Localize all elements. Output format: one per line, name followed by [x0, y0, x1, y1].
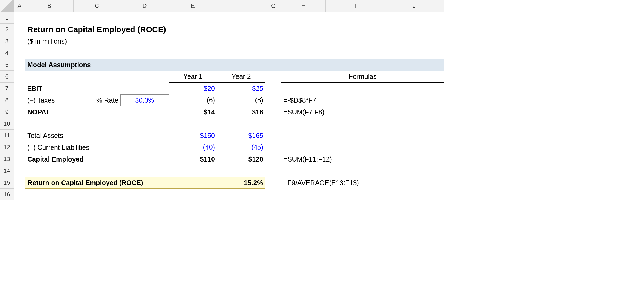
label-cur-liab[interactable]: (–) Current Liabilities [25, 141, 169, 153]
row-header-9[interactable]: 9 [0, 106, 14, 118]
cell-row10[interactable] [14, 118, 444, 130]
cell-F1[interactable] [217, 12, 265, 24]
cell-G13[interactable] [265, 153, 281, 165]
formula-roce[interactable]: =F9/AVERAGE(E13:F13) [281, 177, 444, 189]
label-taxes[interactable]: (–) Taxes [25, 94, 74, 106]
header-year1[interactable]: Year 1 [169, 71, 217, 83]
units-label[interactable]: ($ in millions) [25, 35, 444, 47]
cell-G15[interactable] [265, 177, 281, 189]
formula-nopat[interactable]: =SUM(F7:F8) [281, 106, 444, 118]
row-header-16[interactable]: 16 [0, 189, 14, 200]
cap-emp-year2[interactable]: $120 [217, 153, 265, 165]
tax-rate-input[interactable]: 30.0% [120, 94, 169, 106]
cell-A4[interactable] [14, 47, 25, 59]
cell-H12[interactable] [281, 141, 444, 153]
cap-emp-year1[interactable]: $110 [169, 153, 217, 165]
row-header-6[interactable]: 6 [0, 71, 14, 83]
row-header-13[interactable]: 13 [0, 153, 14, 165]
cell-I1[interactable] [326, 12, 385, 24]
cell-B6[interactable] [25, 71, 74, 83]
cell-A12[interactable] [14, 141, 25, 153]
col-header-A[interactable]: A [14, 0, 25, 12]
header-year2[interactable]: Year 2 [217, 71, 265, 83]
label-roce[interactable]: Return on Capital Employed (ROCE) [25, 177, 169, 189]
row-header-4[interactable]: 4 [0, 47, 14, 59]
cell-A6[interactable] [14, 71, 25, 83]
cell-D6[interactable] [120, 71, 169, 83]
row-header-10[interactable]: 10 [0, 118, 14, 130]
total-assets-year2[interactable]: $165 [217, 130, 265, 141]
ebit-year1[interactable]: $20 [169, 83, 217, 94]
col-header-B[interactable]: B [25, 0, 74, 12]
row-header-7[interactable]: 7 [0, 83, 14, 94]
cell-A8[interactable] [14, 94, 25, 106]
nopat-year2[interactable]: $18 [217, 106, 265, 118]
ebit-year2[interactable]: $25 [217, 83, 265, 94]
cell-A5[interactable] [14, 59, 25, 71]
cell-A13[interactable] [14, 153, 25, 165]
label-total-assets[interactable]: Total Assets [25, 130, 169, 141]
cell-G9[interactable] [265, 106, 281, 118]
cell-A11[interactable] [14, 130, 25, 141]
label-nopat[interactable]: NOPAT [25, 106, 169, 118]
cell-D1[interactable] [120, 12, 169, 24]
page-title[interactable]: Return on Capital Employed (ROCE) [25, 24, 444, 35]
roce-value[interactable]: 15.2% [217, 177, 265, 189]
row-header-3[interactable]: 3 [0, 35, 14, 47]
cell-E15[interactable] [169, 177, 217, 189]
formula-cap-emp[interactable]: =SUM(F11:F12) [281, 153, 444, 165]
taxes-year2[interactable]: (8) [217, 94, 265, 106]
row-header-11[interactable]: 11 [0, 130, 14, 141]
col-header-J[interactable]: J [385, 0, 444, 12]
cur-liab-year2[interactable]: (45) [217, 141, 265, 153]
row-header-8[interactable]: 8 [0, 94, 14, 106]
row-header-2[interactable]: 2 [0, 24, 14, 35]
col-header-G[interactable]: G [265, 0, 281, 12]
col-header-H[interactable]: H [281, 0, 326, 12]
row-header-15[interactable]: 15 [0, 177, 14, 189]
header-formulas[interactable]: Formulas [281, 71, 444, 83]
cell-H11[interactable] [281, 130, 444, 141]
cell-A2[interactable] [14, 24, 25, 35]
row-header-12[interactable]: 12 [0, 141, 14, 153]
row-header-14[interactable]: 14 [0, 165, 14, 177]
label-cap-emp[interactable]: Capital Employed [25, 153, 169, 165]
formula-taxes[interactable]: =-$D$8*F7 [281, 94, 444, 106]
cell-A3[interactable] [14, 35, 25, 47]
cell-H1[interactable] [281, 12, 326, 24]
row-header-5[interactable]: 5 [0, 59, 14, 71]
cell-A1[interactable] [14, 12, 25, 24]
cell-G7[interactable] [265, 83, 281, 94]
col-header-F[interactable]: F [217, 0, 265, 12]
cell-E1[interactable] [169, 12, 217, 24]
cell-G1[interactable] [265, 12, 281, 24]
cell-J1[interactable] [385, 12, 444, 24]
col-header-E[interactable]: E [169, 0, 217, 12]
col-header-D[interactable]: D [120, 0, 169, 12]
cell-G11[interactable] [265, 130, 281, 141]
select-all-corner[interactable] [0, 0, 14, 12]
cell-G6[interactable] [265, 71, 281, 83]
row-header-1[interactable]: 1 [0, 12, 14, 24]
cell-A15[interactable] [14, 177, 25, 189]
col-header-C[interactable]: C [74, 0, 120, 12]
cur-liab-year1[interactable]: (40) [169, 141, 217, 153]
cell-A7[interactable] [14, 83, 25, 94]
label-ebit[interactable]: EBIT [25, 83, 169, 94]
cell-H7[interactable] [281, 83, 444, 94]
cell-B4[interactable] [25, 47, 444, 59]
section-assumptions-header[interactable]: Model Assumptions [25, 59, 444, 71]
spreadsheet-grid[interactable]: A B C D E F G H I J 1 2 Return on Capita… [0, 0, 644, 200]
cell-C6[interactable] [74, 71, 120, 83]
cell-G12[interactable] [265, 141, 281, 153]
cell-G8[interactable] [265, 94, 281, 106]
cell-row14[interactable] [14, 165, 444, 177]
nopat-year1[interactable]: $14 [169, 106, 217, 118]
total-assets-year1[interactable]: $150 [169, 130, 217, 141]
cell-C1[interactable] [74, 12, 120, 24]
cell-B1[interactable] [25, 12, 74, 24]
cell-row16[interactable] [14, 189, 444, 200]
taxes-year1[interactable]: (6) [169, 94, 217, 106]
label-tax-rate[interactable]: % Rate [74, 94, 120, 106]
col-header-I[interactable]: I [326, 0, 385, 12]
